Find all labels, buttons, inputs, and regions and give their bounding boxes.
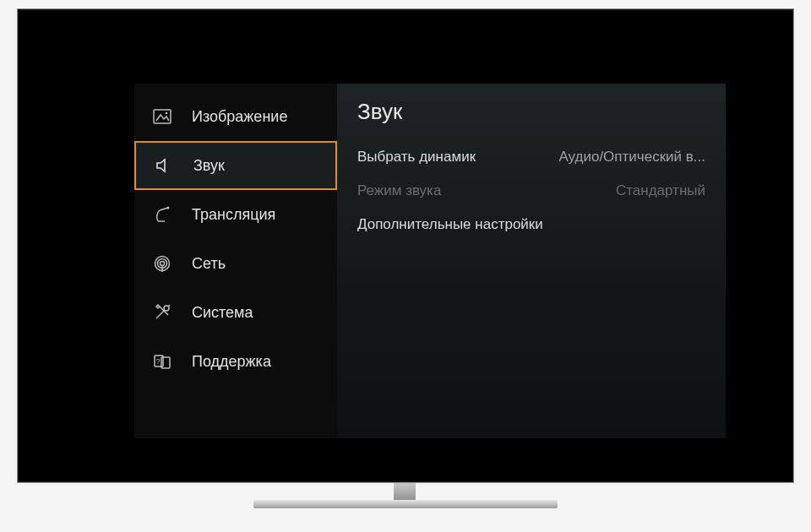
network-icon [153,254,177,273]
sidebar-item-system[interactable]: Система [134,288,337,337]
row-label: Дополнительные настройки [357,216,543,233]
svg-point-3 [167,207,170,209]
sidebar-item-label: Изображение [192,108,287,126]
settings-panel: Изображение Звук [134,84,726,438]
sidebar-item-label: Трансляция [192,206,275,224]
tv-screen: Изображение Звук [24,16,787,475]
row-value: Стандартный [616,182,705,199]
svg-text:?: ? [155,357,160,366]
support-icon: ? [153,353,177,370]
sidebar-item-sound[interactable]: Звук [134,141,337,190]
system-icon [153,303,177,322]
svg-point-1 [166,112,168,115]
picture-icon [153,109,177,124]
tv-stand-neck [394,483,416,502]
sidebar-item-picture[interactable]: Изображение [134,92,337,141]
broadcast-icon [153,206,177,223]
row-label: Режим звука [357,182,441,199]
sidebar-item-label: Звук [193,157,225,175]
sidebar-item-label: Сеть [192,255,226,273]
row-label: Выбрать динамик [357,149,476,166]
page-title: Звук [337,99,726,140]
svg-point-5 [161,262,165,266]
tv-frame: Изображение Звук [17,8,794,483]
sidebar-item-broadcast[interactable]: Трансляция [134,190,337,239]
sidebar-item-label: Система [192,304,253,322]
row-value: Аудио/Оптический в... [558,149,705,166]
sidebar-item-support[interactable]: ? Поддержка [134,337,337,386]
sidebar-item-label: Поддержка [192,353,271,371]
row-select-speaker[interactable]: Выбрать динамик Аудио/Оптический в... [337,140,726,174]
row-expert-settings[interactable]: Дополнительные настройки [337,208,726,242]
sidebar-item-network[interactable]: Сеть [134,239,337,288]
settings-main: Звук Выбрать динамик Аудио/Оптический в.… [337,84,726,438]
row-sound-mode: Режим звука Стандартный [337,174,726,208]
svg-marker-2 [157,160,165,171]
sound-icon [155,158,178,173]
settings-sidebar: Изображение Звук [134,84,337,438]
tv-stand-base [253,500,558,508]
